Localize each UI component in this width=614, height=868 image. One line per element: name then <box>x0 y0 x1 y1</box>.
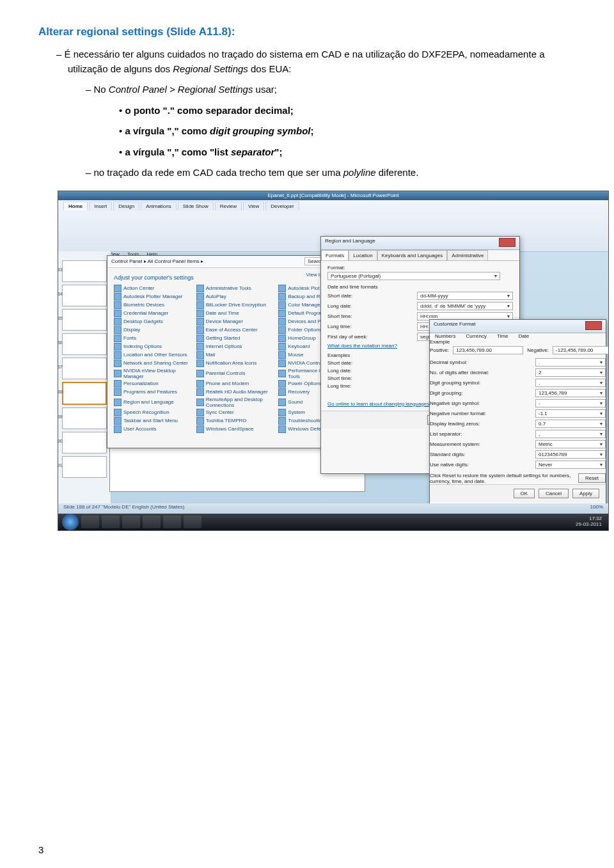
format-select[interactable]: -1.1 <box>535 409 606 418</box>
format-select[interactable]: , <box>535 430 606 438</box>
thumbnail[interactable]: 191 <box>62 456 107 478</box>
dialog-tab[interactable]: Keyboards and Languages <box>377 250 448 260</box>
taskbar-button[interactable] <box>184 516 201 528</box>
app-icon <box>196 370 204 377</box>
format-select[interactable]: 123,456,789 <box>535 389 606 397</box>
ribbon-tab[interactable]: Insert <box>89 201 112 210</box>
format-select[interactable]: 2 <box>535 368 606 377</box>
thumbnail[interactable]: 183 <box>62 260 107 282</box>
ribbon-tab[interactable]: Design <box>113 201 139 210</box>
taskbar-button[interactable] <box>122 516 140 528</box>
close-icon[interactable] <box>499 238 516 247</box>
thumb-number: 186 <box>58 340 63 345</box>
thumb-number: 184 <box>58 292 63 296</box>
dialog-tab[interactable]: Time <box>492 331 513 341</box>
close-icon[interactable] <box>585 321 602 330</box>
cp-item[interactable]: Action Center <box>114 285 193 292</box>
cp-item[interactable]: Credential Manager <box>114 310 193 317</box>
cp-item[interactable]: Date and Time <box>196 310 275 317</box>
zoom-level[interactable]: 100% <box>590 504 603 513</box>
format-select[interactable]: Metric <box>535 440 606 448</box>
cp-item[interactable]: Notification Area Icons <box>196 359 275 367</box>
cp-item[interactable]: Fonts <box>114 335 193 342</box>
cp-item[interactable]: Toshiba TEMPRO <box>196 417 275 425</box>
cp-item[interactable]: Realtek HD Audio Manager <box>196 388 275 396</box>
cp-item[interactable]: Autodesk Plotter Manager <box>114 293 193 301</box>
thumbnail[interactable]: 189 <box>62 407 107 429</box>
apply-button[interactable]: Apply <box>572 489 599 498</box>
cp-item[interactable]: Mail <box>196 351 275 359</box>
app-icon <box>114 301 122 309</box>
breadcrumb[interactable]: Control Panel ▸ All Control Panel Items … <box>111 258 203 264</box>
cp-item[interactable]: Internet Options <box>196 343 275 351</box>
thumbnail[interactable]: 190 <box>62 432 107 454</box>
cp-item[interactable]: NVIDIA nView Desktop Manager <box>114 368 193 379</box>
taskbar-button[interactable] <box>81 516 99 528</box>
dialog-tab[interactable]: Currency <box>460 331 491 341</box>
cp-item[interactable]: Personalization <box>114 380 193 388</box>
format-select[interactable]: Portuguese (Portugal) <box>327 272 500 280</box>
thumbnail[interactable]: 188 <box>62 382 107 405</box>
cp-item[interactable]: Sync Center <box>196 409 275 416</box>
cp-item[interactable]: Taskbar and Start Menu <box>114 417 193 425</box>
cp-item[interactable]: Speech Recognition <box>114 409 193 416</box>
cancel-button[interactable]: Cancel <box>539 489 569 498</box>
cp-item[interactable]: User Accounts <box>114 425 193 433</box>
cp-item[interactable]: AutoPlay <box>196 293 275 301</box>
thumbnail[interactable]: 184 <box>62 285 107 306</box>
cp-item-label: AutoPlay <box>206 294 226 299</box>
format-select[interactable]: 0123456789 <box>535 450 606 459</box>
system-tray[interactable]: 17:32 29-03-2011 <box>576 516 604 528</box>
cp-item[interactable]: Device Manager <box>196 318 275 326</box>
ribbon-tab[interactable]: Home <box>63 201 88 210</box>
format-select[interactable]: dddd, d' de 'MMMM' de 'yyyy <box>417 302 513 310</box>
cp-item[interactable]: Parental Controls <box>196 368 275 379</box>
thumbnail[interactable]: 186 <box>62 333 107 355</box>
text: diferente. <box>376 167 419 178</box>
cp-item[interactable]: Network and Sharing Center <box>114 359 193 367</box>
format-select[interactable]: , <box>535 379 606 387</box>
cp-item-label: Biometric Devices <box>123 302 164 308</box>
cp-item[interactable]: Windows CardSpace <box>196 425 275 433</box>
taskbar-button[interactable] <box>102 516 120 528</box>
ribbon-tab[interactable]: View <box>243 201 264 210</box>
start-button[interactable] <box>62 514 79 530</box>
thumbnail[interactable]: 185 <box>62 309 107 331</box>
cp-item[interactable]: Location and Other Sensors <box>114 351 193 359</box>
cp-item[interactable]: Administrative Tools <box>196 285 275 292</box>
cp-item[interactable]: Indexing Options <box>114 343 193 351</box>
cp-item[interactable]: Region and Language <box>114 397 193 408</box>
cp-item[interactable]: Desktop Gadgets <box>114 318 193 326</box>
cp-item[interactable]: Ease of Access Center <box>196 326 275 334</box>
cp-item-label: Realtek HD Audio Manager <box>206 389 268 395</box>
cp-item[interactable]: Biometric Devices <box>114 301 193 309</box>
format-select[interactable]: Never <box>535 461 606 469</box>
ok-button[interactable]: OK <box>514 489 535 498</box>
format-select[interactable]: dd-MM-yyyy <box>417 292 513 300</box>
ribbon-tab[interactable]: Slide Show <box>178 201 214 210</box>
thumbnail[interactable]: 187 <box>62 358 107 379</box>
format-select[interactable]: . <box>535 358 606 367</box>
cp-item[interactable]: Display <box>114 326 193 334</box>
bullet-1: É necessário ter alguns cuidados no traç… <box>68 47 576 76</box>
taskbar-button[interactable] <box>163 516 181 528</box>
cp-item[interactable]: Phone and Modem <box>196 380 275 388</box>
dialog-tab[interactable]: Administrative <box>447 250 488 260</box>
format-select[interactable]: - <box>535 399 606 407</box>
format-select[interactable]: 0.7 <box>535 420 606 428</box>
dialog-tab[interactable]: Location <box>349 250 377 260</box>
cp-item[interactable]: Programs and Features <box>114 388 193 396</box>
cp-item[interactable]: RemoteApp and Desktop Connections <box>196 397 275 408</box>
dialog-tab[interactable]: Date <box>513 331 534 341</box>
label: Short date: <box>327 293 352 299</box>
app-icon <box>114 370 122 377</box>
ribbon-tab[interactable]: Animations <box>141 201 177 210</box>
reset-button[interactable]: Reset <box>578 473 606 483</box>
cp-item[interactable]: BitLocker Drive Encryption <box>196 301 275 309</box>
dialog-tab[interactable]: Formats <box>321 250 349 260</box>
app-icon <box>196 301 204 309</box>
ribbon-tab[interactable]: Developer <box>265 201 299 210</box>
taskbar-button[interactable] <box>143 516 161 528</box>
cp-item[interactable]: Getting Started <box>196 335 275 342</box>
ribbon-tab[interactable]: Review <box>215 201 242 210</box>
